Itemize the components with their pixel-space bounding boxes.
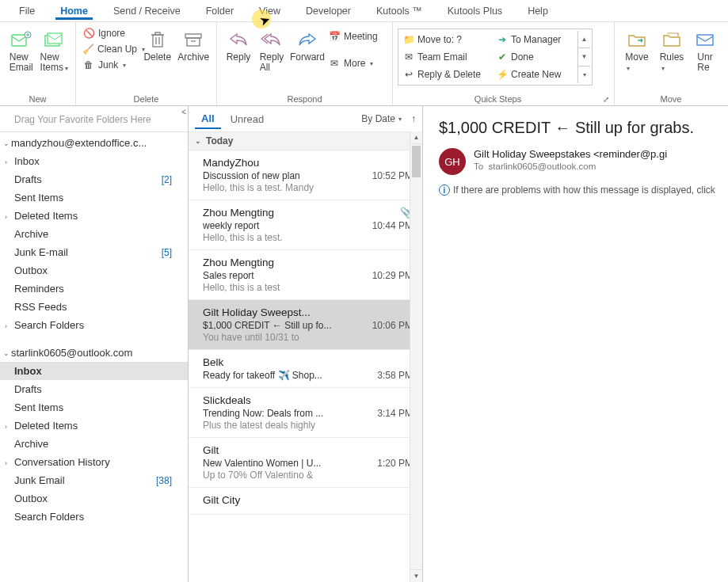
message-item[interactable]: Zhou Mengting📎weekly report10:44 PMHello…: [189, 200, 422, 250]
folder-reminders[interactable]: Reminders: [0, 280, 188, 298]
sort-button[interactable]: By Date▾: [361, 113, 402, 124]
scroll-down-button[interactable]: ▼: [410, 569, 422, 582]
group-label-quicksteps: Quick Steps: [393, 93, 603, 105]
qs-scroll-down[interactable]: ▼: [578, 48, 590, 66]
svg-rect-4: [153, 35, 162, 47]
tab-home[interactable]: Home: [48, 2, 101, 19]
cleanup-button[interactable]: 🧹Clean Up▾: [81, 43, 139, 55]
envelope-stack-icon: [41, 29, 67, 51]
message-from: Belk: [203, 356, 223, 368]
folder-drafts[interactable]: Drafts[2]: [0, 170, 188, 188]
reply-all-icon: [259, 29, 284, 51]
ribbon: NewEmail NewItems▾ New 🚫Ignore 🧹Clean Up…: [0, 22, 728, 106]
message-item[interactable]: Gilt Holiday Sweepst...$1,000 CREDIT ← S…: [189, 300, 422, 350]
new-items-button[interactable]: NewItems▾: [38, 25, 71, 73]
reply-button[interactable]: Reply: [222, 25, 255, 63]
junk-icon: 🗑: [82, 59, 95, 70]
message-item[interactable]: GiltNew Valentino Women | U...1:20 PMUp …: [189, 438, 422, 488]
sender-line: Gilt Holiday Sweepstakes <reminder@p.gi: [474, 148, 667, 160]
folder-archive[interactable]: Archive: [0, 435, 188, 453]
tab-view[interactable]: View: [246, 2, 293, 19]
folder-label: Outbox: [14, 264, 48, 276]
junk-button[interactable]: 🗑Junk▾: [81, 59, 139, 71]
tab-folder[interactable]: Folder: [193, 2, 246, 19]
meeting-button[interactable]: 📅Meeting: [326, 30, 383, 43]
message-item[interactable]: MandyZhouDiscussion of new plan10:52 PMH…: [189, 150, 422, 200]
collapse-pane-icon[interactable]: <: [181, 108, 186, 116]
qs-create-new[interactable]: ⚡Create New: [494, 66, 577, 83]
chevron-right-icon: ›: [5, 158, 13, 166]
sort-direction-button[interactable]: ↑: [411, 113, 416, 124]
tab-kutools[interactable]: Kutools ™: [364, 2, 435, 19]
archive-button[interactable]: Archive: [176, 25, 212, 63]
group-label-delete: Delete: [76, 93, 216, 105]
folder-search-folders[interactable]: Search Folders: [0, 508, 188, 526]
unread-label: UnrRe: [697, 52, 712, 73]
tab-developer[interactable]: Developer: [293, 2, 364, 19]
scroll-up-button[interactable]: ▲: [410, 131, 422, 144]
message-time: 10:52 PM: [372, 170, 413, 181]
account-header[interactable]: ⌄starlink0605@outlook.com: [0, 342, 188, 362]
folder-drafts[interactable]: Drafts: [0, 380, 188, 398]
forward-arrow-icon: ➜: [497, 34, 508, 45]
folder-inbox[interactable]: ›Inbox: [0, 152, 188, 170]
folder-sent-items[interactable]: Sent Items: [0, 398, 188, 417]
group-label-new: New: [0, 93, 75, 105]
message-time: 3:58 PM: [377, 370, 413, 381]
folder-sent-items[interactable]: Sent Items: [0, 188, 188, 207]
ribbon-tabs: File Home Send / Receive Folder View Dev…: [0, 0, 728, 22]
message-from: Zhou Mengting: [203, 257, 274, 268]
qs-scroll-up[interactable]: ▲: [578, 31, 590, 48]
folder-conversation-history[interactable]: ›Conversation History: [0, 453, 188, 471]
folder-label: Archive: [14, 228, 48, 240]
qs-move-to[interactable]: 📁Move to: ?: [400, 31, 494, 48]
rules-button[interactable]: Rules▾: [654, 25, 689, 73]
folder-deleted-items[interactable]: ›Deleted Items: [0, 417, 188, 435]
qs-done[interactable]: ✔Done: [494, 48, 577, 66]
folder-junk-email[interactable]: Junk Email[38]: [0, 471, 188, 489]
rules-label: Rules▾: [660, 52, 684, 73]
folder-inbox[interactable]: Inbox: [0, 362, 188, 380]
chevron-right-icon: ›: [5, 213, 13, 221]
tab-kutools-plus[interactable]: Kutools Plus: [435, 2, 515, 19]
scroll-thumb[interactable]: [412, 146, 421, 177]
qs-reply-delete[interactable]: ↩Reply & Delete: [400, 66, 494, 83]
move-button[interactable]: Move▾: [619, 25, 654, 73]
message-item[interactable]: Zhou MengtingSales report10:29 PMHello, …: [189, 250, 422, 300]
unread-button[interactable]: UnrRe: [689, 25, 721, 73]
qs-to-manager[interactable]: ➜To Manager: [494, 31, 577, 48]
forward-button[interactable]: Forward: [288, 25, 326, 63]
folder-outbox[interactable]: Outbox: [0, 261, 188, 280]
move-label: Move▾: [625, 52, 648, 73]
new-email-button[interactable]: NewEmail: [5, 25, 38, 73]
message-item[interactable]: Gilt City: [189, 488, 422, 515]
ignore-icon: 🚫: [82, 28, 95, 39]
date-group-header[interactable]: ⌄Today: [189, 131, 422, 150]
account-header[interactable]: ⌄mandyzhou@extendoffice.c...: [0, 132, 188, 152]
qs-expand[interactable]: ▾: [578, 67, 590, 83]
more-respond-button[interactable]: ✉More▾: [326, 57, 383, 70]
folder-rss-feeds[interactable]: RSS Feeds: [0, 298, 188, 316]
delete-button[interactable]: Delete: [139, 25, 176, 63]
message-item[interactable]: BelkReady for takeoff ✈️ Shop...3:58 PM: [189, 350, 422, 388]
folder-outbox[interactable]: Outbox: [0, 489, 188, 508]
filter-all[interactable]: All: [195, 109, 221, 129]
quicksteps-launcher[interactable]: ⤢: [603, 95, 614, 104]
qs-team-email[interactable]: ✉Team Email: [400, 48, 494, 66]
folder-archive[interactable]: Archive: [0, 225, 188, 243]
tab-help[interactable]: Help: [515, 2, 561, 19]
folder-junk-e-mail[interactable]: Junk E-mail[5]: [0, 243, 188, 261]
message-subject-preview: Sales report: [203, 270, 254, 281]
message-item[interactable]: SlickdealsTrending Now: Deals from ...3:…: [189, 388, 422, 438]
folder-deleted-items[interactable]: ›Deleted Items: [0, 207, 188, 225]
reply-icon: [226, 29, 251, 51]
ignore-button[interactable]: 🚫Ignore: [81, 27, 139, 40]
folder-search-folders[interactable]: ›Search Folders: [0, 316, 188, 334]
reply-all-button[interactable]: ReplyAll: [255, 25, 288, 73]
tab-send-receive[interactable]: Send / Receive: [101, 2, 193, 19]
list-scrollbar[interactable]: ▲ ▼: [410, 131, 422, 582]
tab-file[interactable]: File: [6, 2, 48, 19]
item-count: [2]: [162, 174, 172, 185]
filter-unread[interactable]: Unread: [224, 110, 271, 128]
info-bar[interactable]: i If there are problems with how this me…: [423, 180, 728, 200]
